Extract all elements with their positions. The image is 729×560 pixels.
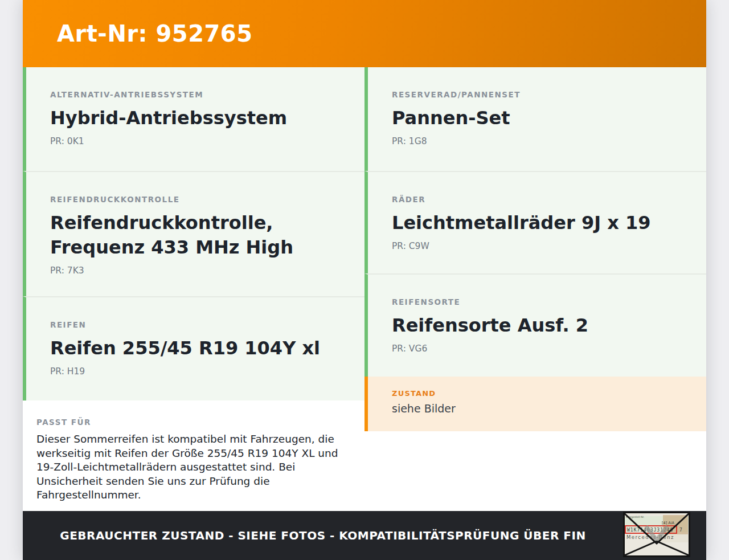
spec-card-antriebssystem: ALTERNATIV-ANTRIEBSSYSTEM Hybrid-Antrieb…: [23, 67, 364, 171]
spec-card-pr-code: PR: C9W: [392, 241, 693, 251]
right-column: RESERVERAD/PANNENSET Pannen-Set PR: 1G8 …: [364, 67, 706, 511]
spec-card-title: Hybrid-Antriebssystem: [50, 106, 351, 130]
listing-page: Art-Nr: 952765 ALTERNATIV-ANTRIEBSSYSTEM…: [23, 0, 706, 560]
spec-card-pr-code: PR: VG6: [392, 344, 693, 354]
spec-card-pr-code: PR: 1G8: [392, 136, 693, 146]
spec-card-reifendruckkontrolle: REIFENDRUCKKONTROLLE Reifendruckkontroll…: [23, 171, 364, 296]
spec-card-label: RESERVERAD/PANNENSET: [392, 90, 693, 99]
condition-label: ZUSTAND: [392, 389, 693, 398]
spec-card-pr-code: PR: H19: [50, 366, 351, 377]
spec-card-raeder: RÄDER Leichtmetallräder 9J x 19 PR: C9W: [364, 171, 706, 273]
spec-card-label: ALTERNATIV-ANTRIEBSSYSTEM: [50, 90, 351, 99]
left-column: ALTERNATIV-ANTRIEBSSYSTEM Hybrid-Antrieb…: [23, 67, 364, 511]
vin-suffix-text: 7: [679, 528, 682, 533]
spec-card-pr-code: PR: 0K1: [50, 136, 351, 146]
fit-info-card: PASST FÜR Dieser Sommerreifen ist kompat…: [23, 400, 364, 511]
footer-bar: GEBRAUCHTER ZUSTAND - SIEHE FOTOS - KOMP…: [23, 511, 706, 560]
fit-info-text: Dieser Sommerreifen ist kompatibel mit F…: [36, 432, 354, 502]
spec-grid: ALTERNATIV-ANTRIEBSSYSTEM Hybrid-Antrieb…: [23, 67, 706, 511]
spec-card-label: REIFEN: [50, 320, 351, 329]
spec-card-label: RÄDER: [392, 195, 693, 204]
vehicle-registration-envelope-image: Fahrgestell-Nr. [4] AiA W1K71463J31248 7…: [623, 512, 690, 557]
fit-info-label: PASST FÜR: [36, 418, 354, 427]
condition-value: siehe Bilder: [392, 402, 693, 415]
document-stamp-text: [4] AiA: [662, 521, 675, 525]
spec-card-reifen: REIFEN Reifen 255/45 R19 104Y xl PR: H19: [23, 296, 364, 400]
footer-banner-text: GEBRAUCHTER ZUSTAND - SIEHE FOTOS - KOMP…: [23, 529, 623, 542]
page-header: Art-Nr: 952765: [23, 0, 706, 67]
spec-card-title: Leichtmetallräder 9J x 19: [392, 211, 693, 235]
spec-card-pr-code: PR: 7K3: [50, 265, 351, 276]
spec-card-reifensorte: REIFENSORTE Reifensorte Ausf. 2 PR: VG6: [364, 273, 706, 377]
condition-card: ZUSTAND siehe Bilder: [364, 377, 706, 431]
spec-card-title: Reifendruckkontrolle, Frequenz 433 MHz H…: [50, 211, 351, 260]
empty-area: [364, 431, 706, 511]
spec-card-title: Reifen 255/45 R19 104Y xl: [50, 336, 351, 361]
article-number-title: Art-Nr: 952765: [57, 21, 253, 47]
spec-card-label: REIFENSORTE: [392, 297, 693, 306]
spec-card-label: REIFENDRUCKKONTROLLE: [50, 195, 351, 204]
spec-card-title: Reifensorte Ausf. 2: [392, 313, 693, 338]
spec-card-title: Pannen-Set: [392, 106, 693, 130]
spec-card-pannenset: RESERVERAD/PANNENSET Pannen-Set PR: 1G8: [364, 67, 706, 171]
